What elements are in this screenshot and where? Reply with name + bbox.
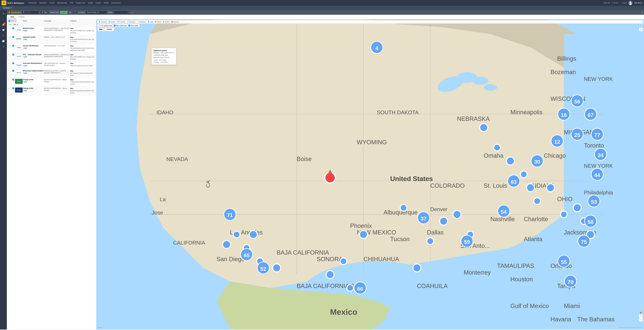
- nav-crm[interactable]: CRM: [69, 2, 74, 4]
- row-7-logo: NICHIHA: [15, 79, 23, 84]
- map-updates-list-text: Map updates list: [116, 25, 126, 27]
- edit-button[interactable]: ✏: [131, 11, 134, 14]
- list-item: 3 GKN▶ Vacuum Modification Lead GKN AERO…: [7, 44, 96, 53]
- nav-supply-chain[interactable]: Supply Chain: [75, 2, 86, 4]
- row-8-addr-main: Main: [70, 87, 94, 90]
- territories-toolbar: ⚙ Territories 🔍 ▼ Filter Marker Type Lea…: [7, 10, 644, 15]
- svg-text:75: 75: [581, 239, 587, 245]
- row-7-addr-main: Main: [70, 79, 94, 81]
- errors-link[interactable]: ⓘ Errors: [612, 2, 618, 4]
- row-4-addr: 403 14TH STREET S.E. Orange City, IA 510…: [70, 56, 94, 60]
- svg-text:16: 16: [561, 112, 567, 118]
- sidebar-bell-icon[interactable]: 🔔 2: [1, 22, 6, 27]
- row-2-checkbox[interactable]: [12, 36, 14, 38]
- row-2-logo-check: BOEING: [12, 36, 23, 42]
- location-input[interactable]: [86, 11, 107, 14]
- map-legend: Company Contact Customer Employee: [97, 20, 643, 24]
- map-updates-list-label[interactable]: Map updates list: [114, 25, 126, 27]
- user-name: Nick Mason: [634, 2, 642, 4]
- row-2-name: Appward system Lead: [23, 36, 44, 40]
- limit-row: Limit 100: [7, 23, 96, 26]
- map-zoom-controls: + −: [639, 314, 643, 321]
- org-label: Org: ASC: [604, 2, 610, 4]
- list-updates-map-label[interactable]: List updates map: [99, 25, 112, 27]
- svg-text:34: 34: [598, 152, 604, 158]
- row-6-checkbox[interactable]: [12, 70, 14, 72]
- zoom-out-button[interactable]: −: [639, 318, 643, 321]
- marker-type-select[interactable]: Lead ▾: [60, 11, 68, 14]
- list-item: 8 NICHIHA Change Order Lead NICHIHA CORP…: [7, 86, 96, 95]
- row-8-checkbox[interactable]: [12, 87, 14, 89]
- svg-text:United States: United States: [390, 175, 433, 182]
- svg-text:Billings: Billings: [557, 55, 576, 62]
- popup-close-button[interactable]: ×: [174, 49, 175, 51]
- svg-point-94: [340, 258, 347, 265]
- row-6-addr-main: Main: [70, 70, 94, 72]
- row-3-title: Vacuum Modification: [23, 45, 44, 47]
- row-2-addr: 1215 North 2200 West Salt Lake City, UT …: [70, 39, 94, 42]
- sidebar-clock-icon[interactable]: 🕐: [1, 39, 6, 44]
- nav-productivity[interactable]: Productivity: [27, 2, 38, 4]
- hide-labels-label[interactable]: Hide Labels: [128, 25, 138, 27]
- sidebar-plus-icon[interactable]: ＋: [1, 17, 6, 21]
- nav-support[interactable]: Support: [94, 2, 102, 4]
- nav-utilities[interactable]: Utilities: [102, 2, 110, 4]
- marker-type-chevron: ▾: [66, 12, 66, 13]
- map-type-map[interactable]: Map: [97, 28, 104, 31]
- nav-development[interactable]: Development: [110, 2, 122, 4]
- views-select[interactable]: [114, 11, 130, 14]
- show-all-checkbox[interactable]: [8, 20, 10, 22]
- row-4-checkbox[interactable]: [12, 54, 14, 55]
- popup-lat: Latitude : 40.7778358: [154, 59, 174, 61]
- logout-label: Logout: [622, 2, 627, 4]
- svg-text:Charlotte: Charlotte: [524, 216, 548, 222]
- workspace-title: Nick's Workspace: [7, 2, 24, 4]
- logout-link[interactable]: ← Logout: [620, 2, 627, 4]
- list-updates-map-checkbox[interactable]: [99, 25, 100, 27]
- nav-operations[interactable]: Operations: [38, 2, 48, 4]
- row-1-checkbox[interactable]: [12, 27, 14, 29]
- nav-quality[interactable]: Quality: [87, 2, 94, 4]
- row-3-name: Vacuum Modification Lead: [23, 45, 44, 49]
- svg-text:Boise: Boise: [297, 156, 312, 162]
- row-5-checkbox[interactable]: [12, 62, 14, 64]
- sidebar-chat-icon[interactable]: 💬: [1, 28, 6, 32]
- sidebar-upload-icon[interactable]: ⬆: [1, 44, 6, 49]
- errors-label: Errors: [614, 2, 618, 4]
- svg-point-85: [546, 184, 554, 192]
- sidebar: ⊞ ＋ 🔔 2 💬 🚶 🕐 ⬆: [0, 10, 7, 329]
- map-type-satellite[interactable]: Satellite: [104, 28, 114, 31]
- svg-text:37: 37: [420, 216, 426, 222]
- qty-badge: 77: [72, 11, 77, 14]
- row-7-checkbox[interactable]: [12, 79, 14, 80]
- popup-lon: Longitude : -111.926064: [154, 61, 174, 64]
- list-item: 7 NICHIHA Change Order Lead NICHIHA CORP…: [7, 78, 96, 87]
- tab-map[interactable]: Map: [8, 15, 16, 19]
- breadcrumb-close[interactable]: ×: [11, 7, 12, 9]
- row-6-addr: 502 Sweeten Creek Industrial Park Road: [70, 72, 92, 76]
- settings-button[interactable]: ⚙: [640, 11, 642, 14]
- legend-project: Project: [155, 21, 161, 23]
- map-fullscreen-button[interactable]: ⤢: [639, 28, 643, 31]
- row-2-badge: Lead: [23, 39, 28, 40]
- popup-address: 1215 North 2200 West Salt Lake City, UT …: [154, 54, 174, 59]
- svg-point-83: [526, 184, 534, 192]
- tab-insights[interactable]: Insights: [16, 15, 27, 19]
- zoom-in-button[interactable]: +: [639, 314, 643, 318]
- map-updates-list-checkbox[interactable]: [114, 25, 116, 27]
- svg-point-7: [472, 77, 488, 85]
- limit-select[interactable]: 100: [12, 23, 19, 26]
- nav-manufacturing[interactable]: Manufacturing: [56, 2, 68, 4]
- sidebar-grid-icon[interactable]: ⊞: [1, 11, 6, 16]
- hide-labels-checkbox[interactable]: [128, 25, 130, 27]
- row-3-checkbox[interactable]: [12, 45, 14, 47]
- notification-badge: 2: [4, 22, 6, 25]
- breadcrumb-tag: Territories ×: [2, 7, 13, 9]
- nav-people[interactable]: People: [48, 2, 56, 4]
- svg-text:63: 63: [511, 179, 517, 185]
- sidebar-person-icon[interactable]: 🚶: [1, 33, 6, 38]
- row-4-addr-main: Main: [70, 54, 94, 56]
- row-num-2: 2: [8, 36, 12, 38]
- filter-button[interactable]: ▼ Filter: [40, 11, 49, 14]
- row-6-logo: UNISON: [15, 70, 23, 75]
